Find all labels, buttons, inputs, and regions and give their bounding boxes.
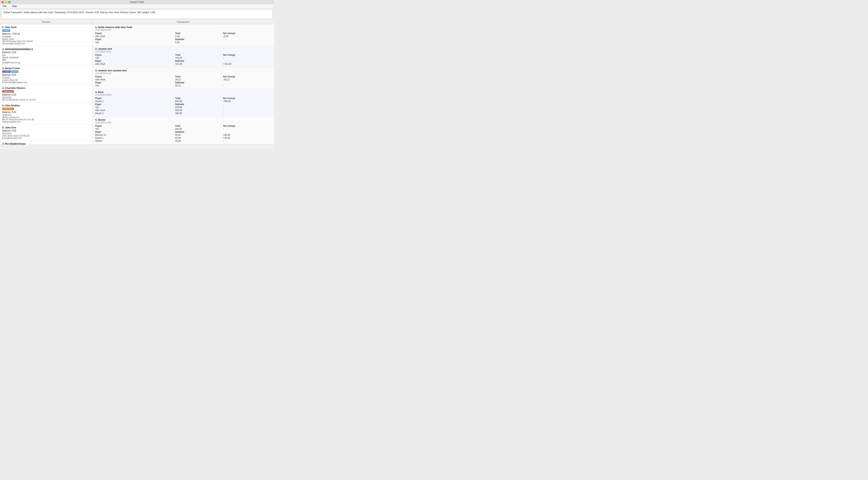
subtotal-header: Subtotal bbox=[175, 59, 223, 62]
person-email: alexyeoh@example.com bbox=[2, 42, 90, 44]
transaction-title: 3. random text random text bbox=[95, 69, 271, 72]
person-name: 4. Charlotte Oliveiro bbox=[2, 87, 90, 89]
person-name: 2. 5920345809284059824 5 bbox=[2, 48, 90, 51]
persons-list[interactable]: 1. Alex Yeoh friends Balance: +732.16874… bbox=[0, 24, 92, 145]
table-row: Payee Total Net change bbox=[95, 97, 271, 100]
payer-header: Payer bbox=[95, 38, 175, 41]
tx-table: Payee Total Net change You 742.28 - Paye… bbox=[95, 54, 271, 65]
statusbar bbox=[0, 145, 274, 149]
tag: friend bbox=[11, 70, 18, 73]
close-button[interactable] bbox=[1, 1, 4, 3]
tx-payer-netchange: - bbox=[223, 140, 271, 143]
tx-payer-netchange: - bbox=[223, 112, 271, 115]
tag: London bbox=[2, 70, 11, 73]
person-handle: @asdf_dadsfasdf bbox=[2, 56, 90, 59]
person-item[interactable]: 2. 5920345809284059824 5 Balance: 0.0099… bbox=[0, 46, 92, 65]
table-row: David Li 40.00 +40.00 bbox=[95, 137, 271, 140]
tx-subtotal: 30.12 bbox=[175, 84, 223, 87]
table-row: Payer Subtotal bbox=[95, 81, 271, 84]
person-address: Blk 11 Ang Mo Kio Street 74, #11-04 bbox=[2, 99, 90, 101]
col-header-netchange: Net change bbox=[223, 32, 271, 35]
transaction-date: 17/11/2023 16:27 bbox=[95, 72, 271, 74]
person-item[interactable]: 1. Alex Yeoh friends Balance: +732.16874… bbox=[0, 24, 92, 46]
person-item[interactable]: 7. Roy Balakrishnan colleagues Balance: … bbox=[0, 141, 92, 145]
col-header-payee: Payee bbox=[95, 32, 175, 35]
transactions-header: Transactions bbox=[92, 20, 274, 24]
tx-payer-name: David Li bbox=[95, 137, 175, 140]
transaction-item[interactable]: 4. Rent 17/11/2023 16:26 Payee Total Net… bbox=[92, 89, 274, 117]
window-title: Spend N Split bbox=[130, 1, 144, 3]
table-row: You 100.00 - bbox=[95, 127, 271, 130]
transactions-list[interactable]: 1. Settle balance with Alex Yeoh 17/11/2… bbox=[92, 24, 274, 145]
tx-payer-netchange: - bbox=[223, 109, 271, 112]
person-address: Blk 47 Tampines Street 20, #17-35 bbox=[2, 118, 90, 121]
subtotal-header: Subtotal bbox=[175, 103, 223, 106]
tag: friends bbox=[2, 29, 10, 32]
table-row: You 200.00 - bbox=[95, 106, 271, 109]
table-row: You 30.12 - bbox=[95, 84, 271, 87]
tx-subtotal: 200.00 bbox=[175, 106, 223, 109]
person-item[interactable]: 4. Charlotte Oliveiro neighbours Balance… bbox=[0, 85, 92, 102]
menu-file[interactable]: File bbox=[1, 4, 8, 8]
tx-payer-name: Alex Yeoh bbox=[95, 109, 175, 112]
tx-payer-netchange: - bbox=[223, 106, 271, 109]
person-name: 1. Alex Yeoh bbox=[2, 26, 90, 29]
table-row: Payer Subtotal bbox=[95, 38, 271, 41]
payer-header: Payer bbox=[95, 103, 175, 106]
col-header-payee: Payee bbox=[95, 124, 175, 127]
col-header-netchange: Net change bbox=[223, 124, 271, 127]
tx-payer-netchange: - bbox=[223, 84, 271, 87]
person-phone: 92492021 bbox=[2, 114, 90, 116]
col-header-total: Total bbox=[175, 54, 223, 57]
tx-payer-name: David Li bbox=[95, 112, 175, 115]
tx-total: 600.00 bbox=[175, 100, 223, 103]
tx-subtotal: 40.00 bbox=[175, 137, 223, 140]
tx-netchange: - bbox=[223, 127, 271, 130]
subtotal-header: Subtotal bbox=[175, 38, 223, 41]
person-email: yang@heng.edu.sg bbox=[2, 61, 90, 64]
tx-payer-netchange: +40.00 bbox=[223, 137, 271, 140]
table-row: You 0.00 bbox=[95, 41, 271, 44]
table-row: Bernice Yu 40.00 +40.00 bbox=[95, 133, 271, 137]
person-item[interactable]: 3. Betsy Crowe Londonfriend Balance: 0.0… bbox=[0, 65, 92, 85]
menu-help[interactable]: Help bbox=[11, 4, 18, 8]
person-phone: 87438807 bbox=[2, 36, 90, 38]
tx-payer-netchange: +742.28 bbox=[223, 62, 271, 65]
transaction-item[interactable]: 2. random text 17/11/2023 16:51 Payee To… bbox=[92, 46, 274, 67]
col-header-total: Total bbox=[175, 32, 223, 35]
table-row: Payee Total Net change bbox=[95, 124, 271, 127]
titlebar: Spend N Split bbox=[0, 0, 274, 4]
tx-payer-name: Others bbox=[95, 140, 175, 143]
person-balance: Balance: 0.00 bbox=[2, 93, 90, 96]
col-header-total: Total bbox=[175, 97, 223, 100]
table-row: Payee Total Net change bbox=[95, 32, 271, 35]
transactions-panel: Transactions 1. Settle balance with Alex… bbox=[92, 20, 274, 145]
person-item[interactable]: 6. John Doe Balance: 0.0098765432John st… bbox=[0, 125, 92, 141]
person-balance: Balance: 0.00 bbox=[2, 111, 90, 114]
tx-payee-name: Alex Yeoh bbox=[95, 35, 175, 38]
tx-table: Payee Total Net change Alex Yeoh 30.12 -… bbox=[95, 75, 271, 87]
minimize-button[interactable] bbox=[5, 1, 7, 3]
tx-payer-name: You bbox=[95, 106, 175, 109]
col-header-netchange: Net change bbox=[223, 97, 271, 100]
tx-subtotal: 742.28 bbox=[175, 62, 223, 65]
maximize-button[interactable] bbox=[8, 1, 10, 3]
tx-subtotal: 200.00 bbox=[175, 112, 223, 115]
transaction-item[interactable]: 3. random text random text 17/11/2023 16… bbox=[92, 67, 274, 89]
person-phone: 98765432 bbox=[2, 132, 90, 134]
col-header-total: Total bbox=[175, 124, 223, 127]
table-row: Payee Total Net change bbox=[95, 54, 271, 57]
transaction-item[interactable]: 1. Settle balance with Alex Yeoh 17/11/2… bbox=[92, 24, 274, 46]
person-name: 3. Betsy Crowe bbox=[2, 67, 90, 70]
transaction-item[interactable]: 5. Dinner 14/10/2023 17:00 Payee Total N… bbox=[92, 117, 274, 145]
transaction-date: 17/11/2023 16:57 bbox=[95, 29, 271, 31]
payer-header: Payer bbox=[95, 81, 175, 84]
person-address: John street, block 123,#01-01 bbox=[2, 134, 90, 137]
col-header-total: Total bbox=[175, 75, 223, 78]
tx-subtotal: 20.00 bbox=[175, 140, 223, 143]
person-item[interactable]: 5. Irfan Ibrahim classmates Balance: 0.0… bbox=[0, 102, 92, 125]
person-phone: 999 bbox=[2, 54, 90, 56]
table-row: David Li 200.00 - bbox=[95, 112, 271, 115]
person-name: 5. Irfan Ibrahim bbox=[2, 104, 90, 107]
tx-table: Payee Total Net change Alex Yeoh 0.00 -0… bbox=[95, 32, 271, 44]
